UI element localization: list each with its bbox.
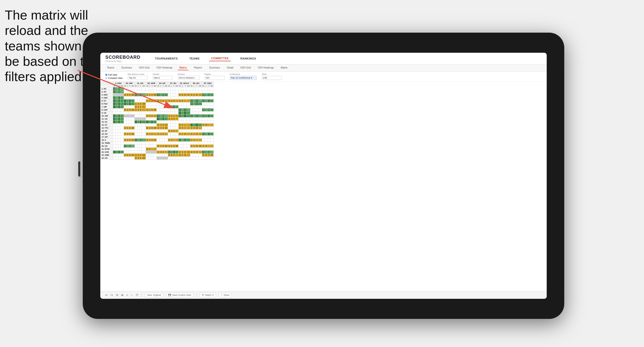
matrix-cell — [113, 114, 116, 118]
matrix-cell — [162, 90, 164, 93]
gender-select[interactable]: Men's — [153, 76, 173, 80]
refresh-icon[interactable]: ⟲ — [116, 294, 118, 297]
sub-nav-h2h-grid[interactable]: H2H Grid — [137, 66, 151, 70]
zoom-in-icon[interactable]: + — [126, 294, 128, 297]
matrix-cell — [193, 108, 195, 111]
matrix-cell — [187, 114, 190, 118]
matrix-cell — [202, 127, 205, 130]
matrix-cell: 80 — [131, 93, 134, 96]
matrix-cell — [198, 111, 202, 114]
matrix-cell — [146, 111, 149, 114]
row-label-cell: 15. UF — [101, 130, 113, 133]
logo-sub: Powered by clippd — [105, 60, 140, 62]
matrix-cell: 13 — [198, 145, 202, 148]
matrix-cell — [113, 121, 116, 124]
matrix-cell — [210, 121, 214, 124]
matrix-cell — [164, 130, 168, 133]
matrix-cell — [142, 111, 146, 114]
save-custom-btn[interactable]: 💾 Save Custom View — [166, 293, 193, 297]
matrix-cell — [120, 111, 124, 114]
sub-nav-p-h2h-grid[interactable]: H2H Grid — [239, 66, 252, 70]
matrix-container[interactable]: 3. ASU 10. UW 11. UA 22. UCB 24. UO 27. … — [100, 82, 547, 291]
matrix-cell — [175, 111, 179, 114]
team-filter: Team (All) — [262, 73, 282, 80]
matrix-cell — [184, 121, 187, 124]
matrix-cell — [160, 139, 162, 142]
matrix-cell — [210, 127, 214, 130]
matrix-cell — [181, 145, 184, 148]
compact-view-radio[interactable]: Compact View — [105, 77, 123, 79]
watch-btn[interactable]: 👁 Watch ▾ — [200, 293, 216, 297]
matrix-cell: 2 — [179, 124, 181, 127]
sub-nav-p-matrix[interactable]: Matrix — [279, 66, 289, 70]
undo-icon[interactable]: ↩ — [105, 294, 108, 297]
matrix-cell — [171, 148, 173, 151]
matrix-cell — [164, 139, 168, 142]
region-select[interactable]: N/A — [205, 76, 225, 80]
sub-nav-teams[interactable]: Teams — [105, 66, 116, 70]
matrix-cell — [171, 111, 173, 114]
matrix-cell: 3 — [168, 118, 171, 121]
matrix-cell — [205, 102, 208, 105]
matrix-cell — [157, 108, 160, 111]
matrix-cell: 0 — [162, 124, 164, 127]
matrix-cell — [175, 148, 179, 151]
conference-select[interactable]: Pac-12 Conference ▾ — [230, 76, 257, 80]
matrix-cell — [139, 121, 142, 124]
matrix-cell — [118, 96, 120, 99]
matrix-cell: 32 — [164, 114, 168, 118]
matrix-cell — [162, 118, 164, 121]
row-label-cell: 9. UA — [101, 111, 113, 114]
division-select[interactable]: NCAA Division I — [178, 76, 200, 80]
timer-icon[interactable]: ⏱ — [136, 294, 138, 297]
matrix-cell — [134, 118, 137, 121]
share-btn[interactable]: ⤴ Share — [219, 293, 232, 297]
matrix-cell — [126, 105, 129, 108]
sub-nav-p-summary[interactable]: Summary — [208, 66, 221, 70]
matrix-cell — [168, 93, 171, 96]
matrix-cell: 1 — [202, 133, 205, 136]
matrix-cell: 0 — [195, 99, 199, 102]
matrix-cell: 0 — [151, 127, 153, 130]
nav-committee[interactable]: COMMITTEE — [209, 56, 231, 61]
team-select[interactable]: (All) — [262, 76, 282, 80]
sub-nav-detail[interactable]: Detail — [225, 66, 235, 70]
matrix-cell — [181, 111, 184, 114]
matrix-cell — [134, 142, 137, 145]
matrix-cell — [142, 136, 146, 139]
matrix-cell — [208, 145, 210, 148]
matrix-cell: 4 — [126, 93, 129, 96]
add-icon[interactable]: ⊕ — [121, 294, 123, 297]
zoom-out-icon[interactable]: − — [131, 294, 132, 297]
sub-nav-h2h-heatmap[interactable]: H2H Heatmap — [155, 66, 174, 70]
matrix-cell — [198, 157, 202, 160]
sub-nav-players[interactable]: Players — [192, 66, 204, 70]
view-original-btn[interactable]: View: Original — [145, 293, 163, 297]
redo-icon[interactable]: ↪ — [111, 294, 113, 297]
matrix-cell — [149, 111, 151, 114]
matrix-cell — [198, 96, 202, 99]
matrix-cell: 15 — [153, 108, 157, 111]
sub-nav-matrix[interactable]: Matrix — [178, 66, 188, 70]
nav-tournaments[interactable]: TOURNAMENTS — [153, 56, 180, 61]
nav-teams[interactable]: TEAMS — [187, 56, 202, 61]
matrix-cell — [149, 145, 151, 148]
full-view-radio[interactable]: Full View — [105, 74, 123, 76]
matrix-cell — [181, 90, 184, 93]
tablet-button[interactable] — [78, 161, 80, 177]
nav-rankings[interactable]: RANKINGS — [238, 56, 258, 61]
matrix-cell — [184, 114, 187, 118]
matrix-cell — [193, 90, 195, 93]
max-teams-select[interactable]: Top 25 — [128, 76, 148, 80]
matrix-cell — [193, 130, 195, 133]
matrix-cell — [129, 151, 131, 154]
matrix-cell: 1 — [171, 130, 173, 133]
matrix-cell: 5 — [134, 93, 137, 96]
matrix-cell: 2 — [137, 108, 139, 111]
ucla-d: Dif — [187, 85, 190, 87]
row-label-cell: 13. UT — [101, 124, 113, 127]
sub-nav-summary[interactable]: Summary — [120, 66, 133, 70]
matrix-cell — [139, 133, 142, 136]
sub-nav-p-h2h-heatmap[interactable]: H2H Heatmap — [256, 66, 275, 70]
asu-w: W — [113, 85, 116, 87]
